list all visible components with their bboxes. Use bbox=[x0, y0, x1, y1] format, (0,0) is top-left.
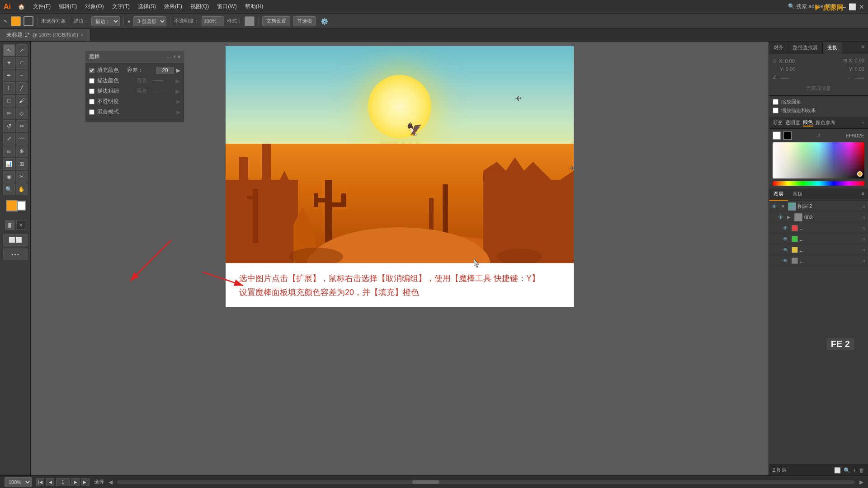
tolerance-input[interactable] bbox=[156, 67, 174, 74]
tab-close-button[interactable]: × bbox=[81, 33, 84, 38]
layer-item-1[interactable]: 👁 ▶ 003 ○ bbox=[769, 212, 868, 223]
fill-color-swatch[interactable] bbox=[11, 16, 21, 26]
more-tools[interactable]: • • • bbox=[3, 249, 28, 260]
layer-item-5[interactable]: 👁 ... ○ bbox=[769, 255, 868, 266]
layer-0-visibility-icon[interactable]: 👁 bbox=[772, 203, 779, 210]
menu-select[interactable]: 选择(S) bbox=[134, 1, 160, 12]
next-page-btn[interactable]: ▶ bbox=[71, 478, 80, 486]
tab-pathfinder[interactable]: 路径查找器 bbox=[788, 42, 823, 54]
menu-object[interactable]: 对象(O) bbox=[81, 1, 107, 12]
stroke-thickness-checkbox[interactable] bbox=[89, 89, 94, 94]
layer-4-visibility-icon[interactable]: 👁 bbox=[783, 247, 790, 253]
artboards-tab[interactable]: 画板 bbox=[788, 188, 807, 201]
line-tool[interactable]: ╱ bbox=[16, 82, 28, 94]
menu-home[interactable]: 🏠 bbox=[14, 2, 28, 11]
reflect-tool[interactable]: ⇔ bbox=[16, 120, 28, 132]
pen-tool[interactable]: ✒ bbox=[3, 70, 15, 81]
stroke-color-checkbox[interactable] bbox=[89, 78, 94, 84]
zoom-select[interactable]: 100% bbox=[5, 477, 32, 487]
menu-window[interactable]: 窗口(W) bbox=[213, 1, 240, 12]
magic-wand-tool[interactable]: ✦ bbox=[3, 57, 15, 69]
panel-menu-btn[interactable]: ≡ bbox=[178, 54, 180, 59]
menu-effect[interactable]: 效果(E) bbox=[160, 1, 186, 12]
artboard-prev-btn[interactable]: ◀ bbox=[108, 479, 113, 485]
rotate-tool[interactable]: ↺ bbox=[3, 120, 15, 132]
close-icon[interactable]: ✕ bbox=[859, 3, 864, 10]
menu-help[interactable]: 帮助(H) bbox=[241, 1, 267, 12]
scale-tool[interactable]: ⤢ bbox=[3, 133, 15, 145]
paintbrush-tool[interactable]: 🖌 bbox=[16, 95, 28, 107]
select-tool[interactable]: ↖ bbox=[3, 44, 15, 56]
horizontal-scrollbar[interactable] bbox=[117, 480, 855, 484]
panel-close-btn[interactable]: × bbox=[173, 54, 176, 59]
scale-strokes-checkbox[interactable] bbox=[773, 108, 778, 113]
scale-corners-checkbox[interactable] bbox=[773, 99, 778, 105]
layer-item-3[interactable]: 👁 ... ○ bbox=[769, 234, 868, 244]
slice-tool[interactable]: ⊞ bbox=[16, 158, 28, 170]
layer-1-visibility-icon[interactable]: 👁 bbox=[778, 214, 785, 221]
layers-locate-icon[interactable]: 🔍 bbox=[844, 467, 850, 474]
artboard-next-btn[interactable]: ▶ bbox=[859, 479, 863, 485]
layers-delete-icon[interactable]: 🗑 bbox=[859, 467, 864, 474]
arrange-icon[interactable]: ⚙️ bbox=[321, 18, 328, 25]
layers-tab[interactable]: 图层 bbox=[769, 188, 788, 201]
panel-minimize-btn[interactable]: — bbox=[167, 54, 171, 59]
opacity-input[interactable] bbox=[202, 16, 224, 26]
menu-text[interactable]: 文字(T) bbox=[108, 1, 133, 12]
type-tool[interactable]: T bbox=[3, 82, 15, 94]
warp-tool[interactable]: 〰 bbox=[16, 133, 28, 145]
curvature-tool[interactable]: ~ bbox=[16, 70, 28, 81]
layer-item-2[interactable]: 👁 ... ○ bbox=[769, 223, 868, 234]
preferences-button[interactable]: 首选项 bbox=[293, 16, 316, 26]
scissors-tool[interactable]: ✂ bbox=[16, 171, 28, 183]
layer-3-visibility-icon[interactable]: 👁 bbox=[783, 236, 790, 242]
layers-make-visible-icon[interactable]: ⬜ bbox=[834, 467, 841, 474]
art-canvas[interactable]: ✈ 🦅 bbox=[226, 46, 574, 307]
lasso-tool[interactable]: ⊂ bbox=[16, 57, 28, 69]
adjust-menu-icon[interactable]: ≡ bbox=[862, 120, 864, 126]
gradient-swatch[interactable]: ▓ bbox=[5, 221, 14, 230]
shaper-tool[interactable]: ◇ bbox=[16, 108, 28, 119]
color-picker-gradient[interactable] bbox=[773, 142, 864, 178]
white-color-swatch[interactable] bbox=[773, 131, 781, 140]
brush-select[interactable]: 描边： bbox=[91, 16, 120, 26]
none-swatch[interactable]: ✕ bbox=[16, 221, 25, 230]
page-number-input[interactable] bbox=[56, 478, 70, 486]
black-color-swatch[interactable] bbox=[783, 131, 792, 140]
rect-tool[interactable]: □ bbox=[3, 95, 15, 107]
menu-file[interactable]: 文件(F) bbox=[29, 1, 54, 12]
first-page-btn[interactable]: |◀ bbox=[36, 478, 44, 486]
layers-add-icon[interactable]: + bbox=[853, 467, 856, 474]
pencil-tool[interactable]: ✏ bbox=[3, 108, 15, 119]
layer-1-expand-icon[interactable]: ▶ bbox=[787, 215, 793, 220]
document-tab[interactable]: 未标题-1* @ 100% (RGB/预览) × bbox=[0, 29, 90, 41]
style-swatch[interactable] bbox=[245, 16, 255, 26]
layer-item-0[interactable]: 👁 ▼ 图层 2 ○ bbox=[769, 201, 868, 212]
column-chart-tool[interactable]: 📊 bbox=[3, 158, 15, 170]
layer-item-4[interactable]: 👁 ... ○ bbox=[769, 244, 868, 255]
eraser-tool[interactable]: ◉ bbox=[3, 171, 15, 183]
foreground-color[interactable] bbox=[6, 200, 18, 211]
symbol-tool[interactable]: ❋ bbox=[16, 145, 28, 157]
hand-tool[interactable]: ✋ bbox=[16, 183, 28, 195]
artboard-tool[interactable]: ⬜⬜ bbox=[3, 234, 28, 246]
hex-color-value[interactable]: EF9D2E bbox=[845, 133, 864, 138]
right-panel-close[interactable]: ✕ bbox=[858, 42, 868, 54]
fill-color-checkbox[interactable] bbox=[89, 68, 94, 73]
layer-5-visibility-icon[interactable]: 👁 bbox=[783, 258, 790, 264]
layer-0-expand-icon[interactable]: ▼ bbox=[781, 204, 786, 209]
blend-tool[interactable]: ∞ bbox=[3, 145, 15, 157]
menu-view[interactable]: 视图(Q) bbox=[187, 1, 212, 12]
direct-select-tool[interactable]: ↗ bbox=[16, 44, 28, 56]
prev-page-btn[interactable]: ◀ bbox=[46, 478, 54, 486]
maximize-icon[interactable]: ⬜ bbox=[849, 3, 856, 10]
blend-mode-checkbox[interactable] bbox=[89, 109, 94, 115]
doc-settings-button[interactable]: 文档设置 bbox=[262, 16, 290, 26]
zoom-tool[interactable]: 🔍 bbox=[3, 183, 15, 195]
hue-slider[interactable] bbox=[773, 181, 864, 186]
menu-edit[interactable]: 编辑(E) bbox=[55, 1, 80, 12]
opacity-checkbox[interactable] bbox=[89, 99, 94, 104]
tolerance-increase-btn[interactable]: ▶ bbox=[176, 67, 180, 74]
stroke-color-swatch[interactable] bbox=[24, 16, 33, 26]
last-page-btn[interactable]: ▶| bbox=[81, 478, 90, 486]
